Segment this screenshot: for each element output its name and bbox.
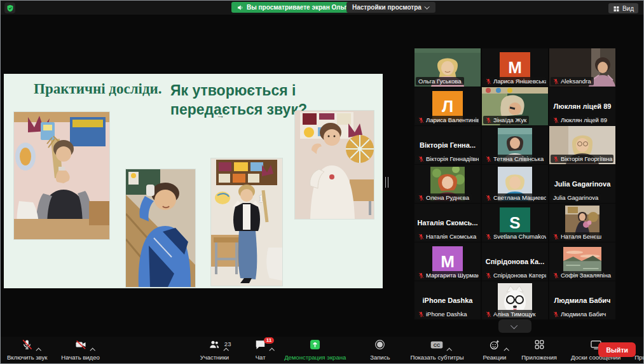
participant-tile[interactable]: Спірідонова Ка...Спірідонова Катерина <box>482 242 548 281</box>
muted-mic-icon <box>418 311 424 318</box>
chat-button[interactable]: 11Чат <box>250 339 270 362</box>
start-video-button[interactable]: Начать видео <box>57 339 103 362</box>
participant-name-text: Вікторія Геннадіївна <box>426 155 479 162</box>
apps-icon <box>533 339 545 353</box>
muted-mic-icon <box>486 311 491 318</box>
participant-tile[interactable]: Ольга Гуськова <box>414 48 481 87</box>
participant-name-text: Тетяна Слівінська <box>493 155 544 162</box>
participant-tile[interactable]: Вікторія Георгіївна … <box>549 126 615 164</box>
unmute-button[interactable]: Включить звук <box>3 339 51 362</box>
participant-name-text: Софія Закаляпіна <box>561 272 611 279</box>
participant-name-text: Svetlana Chumakova <box>493 233 546 240</box>
participant-tile[interactable]: MЛариса Янішевська <box>482 48 548 87</box>
toolbar-item-label: Участники <box>200 354 229 361</box>
toolbar-item-label: Приложения <box>521 354 557 361</box>
participant-name-label: Спірідонова Катерина <box>483 271 546 279</box>
view-button[interactable]: Вид <box>608 3 638 13</box>
record-button[interactable]: Запись <box>366 339 394 362</box>
slide-title-right-line1: Як утворюється і <box>170 81 307 100</box>
muted-mic-icon <box>486 195 491 201</box>
muted-mic-icon <box>418 234 424 240</box>
record-icon <box>374 339 386 353</box>
reactions-icon <box>488 339 501 353</box>
participant-name-label: Софія Закаляпіна <box>551 271 613 279</box>
reactions-button[interactable]: Реакции <box>479 339 510 362</box>
slide-photo-girl-vest: 1 <box>211 158 282 286</box>
participant-tile[interactable]: Тетяна Слівінська <box>482 126 548 164</box>
participant-tile[interactable]: Наталія Скомсь...Наталія Скомська <box>414 204 481 242</box>
participant-name-text: Julia Gagarinova <box>553 194 598 201</box>
panel-drag-handle[interactable] <box>385 177 388 188</box>
participant-name-text: iPhone Dashka <box>426 311 467 318</box>
participant-name-label: Олена Руднєва <box>416 193 472 202</box>
participant-tile[interactable]: Наталя Бенєш <box>549 204 615 242</box>
scroll-participants-down-button[interactable] <box>498 319 531 333</box>
toolbar-item-label: Запись <box>370 354 390 361</box>
meeting-toolbar: Включить звукНачать видео23Участники11Ча… <box>1 337 643 363</box>
toolbar-item-label: Реакции <box>483 354 507 361</box>
participant-tile[interactable]: Софія Закаляпіна <box>549 242 615 281</box>
chevron-up-icon[interactable] <box>224 343 228 354</box>
muted-mic-icon <box>486 78 491 85</box>
participant-name-label: Светлана Мациевская <box>483 193 546 202</box>
muted-mic-icon <box>418 272 424 279</box>
chevron-up-icon[interactable] <box>270 343 273 354</box>
apps-button[interactable]: Приложения <box>517 339 561 362</box>
participant-tile[interactable]: Светлана Мациевская <box>482 165 548 203</box>
participant-tile[interactable]: Вікторія Генна...Вікторія Геннадіївна <box>414 126 481 164</box>
muted-mic-icon <box>553 272 559 279</box>
chevron-up-icon[interactable] <box>504 343 508 354</box>
slide-arrow: → <box>216 111 224 120</box>
chevron-down-icon <box>510 321 517 328</box>
participant-tile[interactable]: Олена Руднєва <box>414 165 481 203</box>
participant-tile[interactable]: iPhone DashkaiPhone Dashka <box>414 281 481 319</box>
participant-name-label: Наталія Скомська <box>416 232 479 241</box>
video-off-icon <box>74 339 87 353</box>
view-settings-label: Настройки просмотра <box>352 4 421 11</box>
muted-mic-icon <box>486 272 491 279</box>
toolbar-item-label: Начать видео <box>61 354 99 361</box>
muted-mic-icon <box>418 195 424 201</box>
participant-name-label: Маргарита Шурман <box>416 271 479 279</box>
participants-button[interactable]: 23Участники <box>196 339 233 362</box>
participant-name-label: Aleksandra <box>551 77 594 85</box>
zoom-meeting-window: Вы просматриваете экран Ольга Гуськова Н… <box>0 0 644 364</box>
participant-tile[interactable]: Julia GagarinovaJulia Gagarinova <box>549 165 615 203</box>
svg-text:CC: CC <box>434 342 440 348</box>
slide-photo-boy-cup-phone <box>14 112 109 239</box>
participant-name-label: Лариса Валентинівна… <box>416 116 479 124</box>
share-screen-button[interactable]: Демонстрация экрана <box>280 339 350 362</box>
toolbar-item-label: Чат <box>256 354 266 361</box>
muted-mic-icon <box>486 234 491 240</box>
participants-panel: Ольга ГуськоваMЛариса ЯнішевськаAleksand… <box>414 48 615 319</box>
muted-mic-icon <box>486 156 491 162</box>
participant-name-label: Лариса Янішевська <box>483 77 546 85</box>
participant-tile[interactable]: Аліна Тимощук <box>482 281 548 319</box>
participant-tile[interactable]: Зінаїда Жук <box>482 87 548 125</box>
participant-name-text: Светлана Мациевская <box>493 194 546 201</box>
photo-number-overlay: 1 <box>259 194 263 204</box>
participant-tile[interactable]: Люклян ліцей 89Люклян ліцей 89 <box>549 87 615 125</box>
leave-button[interactable]: Выйти <box>598 342 636 357</box>
muted-mic-icon <box>553 78 559 85</box>
participant-tile[interactable]: Людмила БабичЛюдмила Бабич <box>549 281 615 319</box>
participant-tile[interactable]: MМаргарита Шурман <box>414 242 481 281</box>
participant-name-text: Вікторія Георгіївна … <box>561 155 613 162</box>
participant-tile[interactable]: Aleksandra <box>549 48 615 87</box>
chevron-up-icon[interactable] <box>447 343 451 354</box>
participant-tile[interactable]: ЛЛариса Валентинівна… <box>414 87 481 125</box>
participant-name-text: Люклян ліцей 89 <box>561 116 607 123</box>
participant-name-text: Лариса Янішевська <box>493 78 546 85</box>
muted-mic-icon <box>553 156 559 162</box>
participant-name-text: Людмила Бабич <box>561 311 606 318</box>
chevron-up-icon[interactable] <box>36 343 40 354</box>
captions-button[interactable]: CCПоказать субтитры <box>406 339 467 362</box>
participant-name-label: Julia Gagarinova <box>551 193 601 202</box>
chevron-up-icon[interactable] <box>90 343 94 354</box>
top-bar: Вы просматриваете экран Ольга Гуськова Н… <box>1 1 643 15</box>
participant-tile[interactable]: SSvetlana Chumakova <box>482 204 548 242</box>
participant-name-label: Вікторія Георгіївна … <box>551 155 613 163</box>
view-settings-button[interactable]: Настройки просмотра <box>346 2 435 13</box>
muted-mic-icon <box>553 311 559 318</box>
security-shield-button[interactable] <box>4 3 15 13</box>
